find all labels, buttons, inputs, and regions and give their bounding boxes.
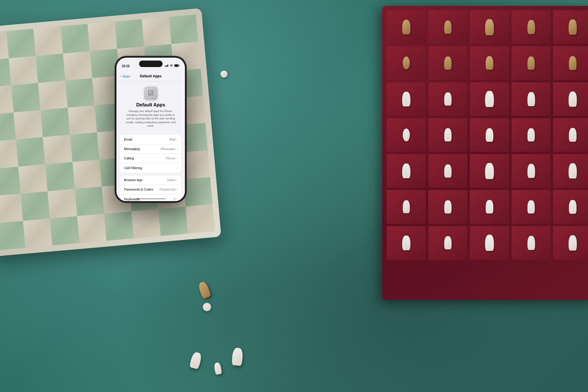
calling-label: Calling — [124, 156, 134, 160]
messaging-label: Messaging — [124, 147, 140, 151]
piece-slot — [470, 46, 509, 80]
app-icon-checkmark: ☑ — [148, 89, 154, 97]
piece-slot — [470, 82, 509, 116]
messaging-chevron-icon: › — [176, 147, 177, 151]
settings-group-2: Browser App Safari › Passwords & Codes P… — [120, 176, 181, 201]
calling-value: Phone › — [166, 156, 177, 160]
keyboards-count: 2 — [174, 197, 176, 201]
chess-cell — [21, 191, 50, 221]
chess-cell — [13, 110, 43, 139]
chess-cell — [38, 81, 68, 110]
piece-slot — [387, 118, 426, 152]
piece-slot — [553, 82, 588, 116]
chess-cell — [158, 206, 188, 236]
chess-cell — [0, 166, 21, 196]
chess-cell — [0, 194, 23, 223]
svg-rect-0 — [165, 66, 166, 67]
piece-slot — [387, 46, 426, 80]
piece-slot — [512, 226, 551, 260]
chess-cell — [131, 209, 161, 238]
piece-slot — [470, 226, 509, 260]
chess-cell — [43, 135, 72, 164]
scattered-piece-white-marble-ball — [220, 71, 228, 78]
chess-cell — [0, 221, 25, 250]
chess-cell — [68, 105, 97, 135]
chess-cell — [0, 112, 16, 142]
calling-app-name: Phone — [166, 156, 176, 160]
chess-cell — [16, 137, 45, 166]
piece-slot — [512, 10, 551, 44]
nav-bar: ‹ Apps Default Apps — [116, 71, 185, 82]
passwords-app-name: Passwords — [160, 188, 176, 191]
app-icon: ☑ — [144, 86, 158, 100]
chess-cell — [63, 51, 92, 81]
chess-cell — [186, 204, 215, 233]
piece-slot — [553, 46, 588, 80]
keyboards-row[interactable]: Keyboards 2 › — [120, 194, 181, 201]
piece-slot — [553, 10, 588, 44]
piece-slot — [428, 10, 468, 44]
messaging-row[interactable]: Messaging Messages › — [120, 144, 181, 154]
passwords-value: Passwords › — [160, 188, 177, 191]
chess-cell — [36, 54, 65, 83]
keyboards-value: 2 › — [174, 197, 177, 201]
home-indicator — [136, 198, 166, 199]
piece-slot — [387, 10, 426, 44]
email-chevron-icon: › — [176, 138, 177, 141]
piece-slot — [512, 82, 551, 116]
svg-rect-3 — [168, 64, 168, 67]
browser-row[interactable]: Browser App Safari › — [120, 176, 181, 185]
email-label: Email — [124, 138, 132, 141]
svg-rect-1 — [166, 66, 166, 67]
header-description: Manage your default apps for iPhone, inc… — [126, 109, 176, 128]
email-value: Mail › — [169, 138, 177, 141]
call-filtering-row[interactable]: Call Filtering › — [120, 163, 181, 173]
chess-cell — [41, 108, 70, 137]
chess-cell — [48, 189, 77, 218]
svg-rect-6 — [179, 65, 180, 66]
passwords-row[interactable]: Passwords & Codes Passwords › — [120, 185, 181, 194]
chess-cell — [33, 26, 63, 56]
call-filtering-label: Call Filtering — [124, 166, 142, 170]
settings-group-1: Email Mail › Messaging Messages › Callin… — [120, 135, 181, 173]
keyboards-chevron-icon: › — [176, 197, 177, 201]
passwords-label: Passwords & Codes — [124, 188, 153, 191]
svg-rect-2 — [167, 65, 167, 67]
chess-cell — [183, 177, 213, 206]
nav-title: Default Apps — [140, 74, 162, 78]
wifi-icon — [170, 64, 173, 68]
piece-slot — [387, 154, 426, 188]
piece-slot — [470, 190, 509, 223]
header-section: ☑ Default Apps Manage your default apps … — [116, 82, 185, 132]
chess-box — [382, 6, 588, 300]
piece-slot — [387, 190, 426, 223]
scattered-piece-white-ball — [203, 303, 211, 311]
chess-cell — [72, 159, 102, 189]
chess-cell — [6, 29, 36, 58]
battery-icon — [174, 64, 180, 68]
email-row[interactable]: Email Mail › — [120, 135, 181, 144]
calling-chevron-icon: › — [176, 157, 177, 160]
piece-slot — [428, 154, 468, 188]
chess-cell — [61, 24, 90, 53]
browser-chevron-icon: › — [176, 179, 177, 182]
back-button[interactable]: ‹ Apps — [121, 74, 130, 78]
calling-row[interactable]: Calling Phone › — [120, 154, 181, 163]
chess-cell — [115, 19, 144, 49]
svg-rect-5 — [175, 65, 178, 66]
piece-slot — [553, 226, 588, 260]
piece-slot — [428, 82, 468, 116]
chess-cell — [75, 186, 104, 216]
iphone-device: 12:12 ‹ Apps Default Apps — [115, 56, 187, 203]
chess-cell — [11, 83, 40, 112]
piece-slot — [387, 226, 426, 260]
messaging-value: Messages › — [161, 147, 177, 151]
back-label[interactable]: Apps — [123, 74, 130, 78]
dynamic-island — [139, 61, 163, 67]
piece-slot — [428, 190, 468, 223]
piece-slot — [428, 118, 468, 152]
piece-slot — [470, 10, 509, 44]
email-app-name: Mail — [169, 138, 175, 141]
content-area: ☑ Default Apps Manage your default apps … — [116, 82, 185, 201]
piece-slot — [428, 46, 468, 80]
